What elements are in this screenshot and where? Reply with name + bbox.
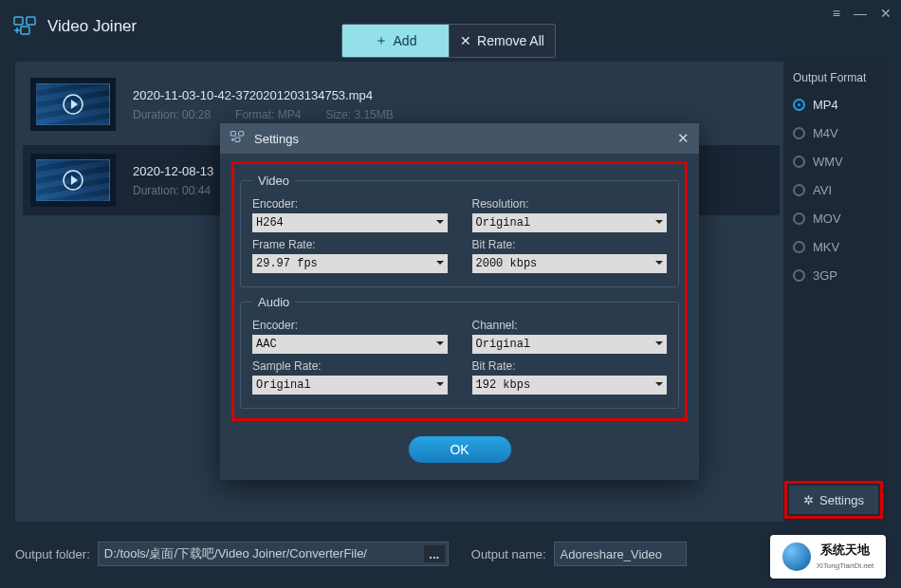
svg-rect-1 (27, 17, 35, 25)
x-icon: ✕ (460, 33, 471, 48)
watermark-title: 系统天地 (817, 542, 874, 558)
format-option-mp4[interactable]: MP4 (793, 98, 876, 112)
browse-button[interactable]: ... (424, 545, 445, 562)
output-name-field[interactable]: Adoreshare_Video (554, 542, 687, 566)
svg-marker-8 (71, 175, 78, 185)
svg-rect-11 (235, 138, 240, 141)
format-label: MOV (813, 211, 841, 226)
file-name: 2020-12-08-13 (133, 164, 213, 178)
gear-icon: ✲ (803, 493, 814, 507)
video-bitrate-label: Bit Rate: (472, 238, 668, 251)
close-icon[interactable]: ✕ (880, 6, 892, 21)
format-option-avi[interactable]: AVI (793, 183, 876, 197)
output-folder-field[interactable]: D:/tools/桌面/下载吧/Video Joiner/ConverterFi… (98, 542, 449, 566)
svg-rect-0 (14, 17, 23, 25)
select-value: Original (476, 338, 531, 351)
dialog-icon (230, 131, 247, 147)
settings-button-label: Settings (819, 493, 864, 507)
radio-icon (793, 241, 805, 253)
output-name-label: Output name: (471, 547, 546, 561)
video-legend: Video (252, 174, 295, 188)
svg-rect-2 (21, 27, 29, 34)
audio-channel-select[interactable]: Original (472, 335, 668, 354)
output-folder-value: D:/tools/桌面/下载吧/Video Joiner/ConverterFi… (104, 545, 367, 562)
video-framerate-select[interactable]: 29.97 fps (252, 254, 448, 273)
output-folder-label: Output folder: (15, 547, 90, 561)
format-option-3gp[interactable]: 3GP (793, 268, 876, 283)
svg-rect-10 (239, 131, 244, 135)
format-label: AVI (813, 183, 832, 197)
video-encoder-select[interactable]: H264 (252, 213, 448, 232)
audio-group: Audio Encoder: AAC Channel: Original Sam… (240, 295, 679, 409)
remove-all-button[interactable]: ✕ Remove All (449, 25, 555, 57)
select-value: Original (256, 378, 311, 392)
thumbnail (30, 154, 116, 207)
globe-icon (782, 542, 811, 571)
window-controls: ≡ — ✕ (833, 6, 892, 21)
audio-samplerate-select[interactable]: Original (252, 376, 448, 395)
dialog-close-icon[interactable]: ✕ (677, 130, 690, 147)
add-button[interactable]: ＋ Add (342, 25, 449, 57)
size-label: Size: 3.15MB (325, 108, 393, 121)
audio-bitrate-select[interactable]: 192 kbps (472, 376, 668, 395)
minimize-icon[interactable]: — (854, 6, 867, 21)
thumbnail (30, 78, 116, 131)
remove-all-label: Remove All (477, 33, 544, 48)
format-label: Format: MP4 (235, 108, 301, 121)
audio-encoder-label: Encoder: (252, 319, 448, 332)
dialog-title: Settings (254, 132, 299, 146)
format-label: WMV (813, 155, 843, 169)
format-option-wmv[interactable]: WMV (793, 155, 876, 169)
audio-encoder-select[interactable]: AAC (252, 335, 448, 354)
audio-legend: Audio (252, 295, 295, 309)
format-label: 3GP (813, 268, 837, 283)
file-name: 2020-11-03-10-42-3720201203134753.mp4 (133, 88, 394, 102)
dialog-titlebar[interactable]: Settings ✕ (220, 123, 699, 154)
duration-label: Duration: 00:44 (133, 184, 211, 197)
add-button-label: Add (394, 33, 417, 48)
format-option-mov[interactable]: MOV (793, 211, 876, 226)
toolbar: ＋ Add ✕ Remove All (341, 24, 556, 58)
video-resolution-label: Resolution: (472, 197, 668, 211)
settings-button[interactable]: ✲ Settings (789, 486, 878, 514)
output-format-panel: Output Format MP4 M4V WMV AVI MOV MKV 3G… (783, 62, 886, 522)
audio-bitrate-label: Bit Rate: (472, 359, 668, 373)
settings-dialog: Settings ✕ Video Encoder: H264 Resolutio… (220, 123, 699, 480)
highlight-box: Video Encoder: H264 Resolution: Original… (231, 161, 688, 421)
file-meta: 2020-12-08-13 Duration: 00:44 (133, 164, 213, 197)
radio-icon (793, 127, 805, 139)
file-meta: 2020-11-03-10-42-3720201203134753.mp4 Du… (133, 88, 394, 121)
output-format-title: Output Format (793, 71, 876, 84)
menu-icon[interactable]: ≡ (833, 6, 840, 21)
audio-samplerate-label: Sample Rate: (252, 359, 448, 373)
watermark: 系统天地 XiTongTianDi.net (770, 535, 886, 579)
select-value: 29.97 fps (256, 257, 318, 270)
video-bitrate-select[interactable]: 2000 kbps (472, 254, 668, 273)
select-value: Original (476, 216, 531, 230)
format-option-mkv[interactable]: MKV (793, 240, 876, 254)
video-framerate-label: Frame Rate: (252, 238, 448, 251)
select-value: 2000 kbps (476, 257, 538, 270)
format-label: MP4 (813, 98, 838, 112)
svg-marker-6 (71, 100, 78, 109)
bottom-bar: Output folder: D:/tools/桌面/下载吧/Video Joi… (15, 537, 886, 571)
radio-icon (793, 212, 805, 225)
radio-icon (793, 269, 805, 282)
video-group: Video Encoder: H264 Resolution: Original… (240, 174, 679, 287)
video-encoder-label: Encoder: (252, 197, 448, 211)
radio-icon (793, 184, 805, 196)
audio-channel-label: Channel: (472, 319, 668, 332)
video-resolution-select[interactable]: Original (472, 213, 668, 232)
select-value: AAC (256, 338, 277, 351)
plus-icon: ＋ (375, 32, 388, 49)
radio-icon (793, 99, 805, 111)
ok-button[interactable]: OK (409, 436, 511, 463)
select-value: H264 (256, 216, 284, 230)
app-icon (13, 16, 38, 37)
format-label: MKV (813, 240, 839, 254)
watermark-sub: XiTongTianDi.net (817, 561, 874, 570)
format-option-m4v[interactable]: M4V (793, 126, 876, 140)
duration-label: Duration: 00:28 (133, 108, 211, 121)
svg-rect-9 (230, 131, 235, 135)
dialog-body: Video Encoder: H264 Resolution: Original… (220, 154, 699, 480)
